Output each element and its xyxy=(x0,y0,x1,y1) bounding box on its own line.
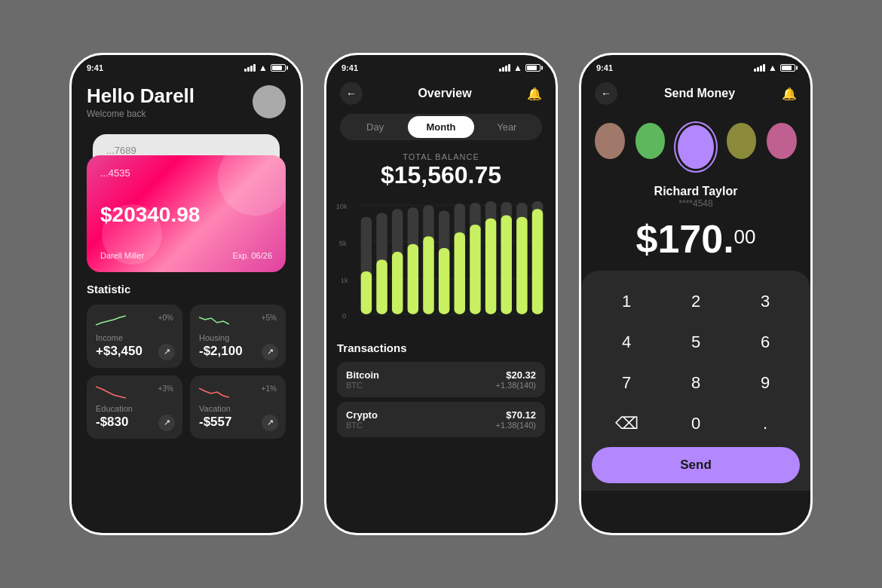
key-4[interactable]: 4 xyxy=(592,322,661,363)
key-2[interactable]: 2 xyxy=(661,281,730,322)
education-label: Education xyxy=(96,404,173,413)
battery-icon xyxy=(271,64,286,72)
send-money-nav: ← Send Money 🔔 xyxy=(581,76,810,114)
contact-1[interactable] xyxy=(595,123,625,159)
stat-grid: +0% Income +$3,450 ↗ +5% Housing -$2,100… xyxy=(87,305,286,439)
bell-icon-3[interactable]: 🔔 xyxy=(782,87,797,101)
vacation-label: Vacation xyxy=(199,404,277,413)
amount-dollars: $170. xyxy=(635,217,733,261)
key-dot[interactable]: . xyxy=(730,403,800,444)
housing-arrow[interactable]: ↗ xyxy=(262,344,278,360)
status-bar-2: 9:41 ▲ xyxy=(326,55,556,76)
recipient-card: ****4548 xyxy=(581,198,810,209)
key-3[interactable]: 3 xyxy=(730,281,800,322)
phone-1: 9:41 ▲ Hello Darell Welcome back ... xyxy=(69,53,303,535)
key-6[interactable]: 6 xyxy=(730,322,800,363)
key-5[interactable]: 5 xyxy=(661,322,730,363)
tab-month[interactable]: Month xyxy=(408,116,473,138)
key-1[interactable]: 1 xyxy=(592,281,661,322)
time-1: 9:41 xyxy=(87,63,103,72)
greeting-name: Hello Darell xyxy=(87,85,194,107)
card-footer: Darell Miller Exp. 06/26 xyxy=(100,251,272,260)
card-main[interactable]: ...4535 $20340.98 Darell Miller Exp. 06/… xyxy=(87,155,286,272)
stat-card-income[interactable]: +0% Income +$3,450 ↗ xyxy=(87,305,182,368)
svg-rect-26 xyxy=(455,232,465,314)
vacation-sparkline xyxy=(199,384,229,400)
tx-sub-crypto: BTC xyxy=(346,421,378,430)
keypad: 1 2 3 4 5 6 7 8 9 ⌫ 0 . Send xyxy=(581,271,810,491)
back-button-3[interactable]: ← xyxy=(595,82,617,105)
key-9[interactable]: 9 xyxy=(730,363,800,403)
battery-icon-2 xyxy=(525,64,541,72)
tx-name-bitcoin: Bitcoin xyxy=(346,369,379,381)
key-backspace[interactable]: ⌫ xyxy=(592,403,661,444)
time-3: 9:41 xyxy=(596,63,613,72)
transactions-section: Transactions Bitcoin BTC $20.32 +1.38(14… xyxy=(326,341,556,437)
contact-4[interactable] xyxy=(727,123,757,159)
balance-section: TOTAL BALANCE $15,560.75 xyxy=(326,152,556,189)
tx-sub-bitcoin: BTC xyxy=(346,381,379,390)
svg-rect-28 xyxy=(485,219,496,314)
vacation-change: +1% xyxy=(262,384,277,393)
key-8[interactable]: 8 xyxy=(661,363,730,403)
svg-rect-30 xyxy=(516,217,527,314)
housing-change: +5% xyxy=(262,314,277,322)
tx-change-crypto: +1.38(140) xyxy=(495,421,536,430)
tx-name-crypto: Crypto xyxy=(346,409,378,421)
overview-nav: ← Overview 🔔 xyxy=(326,76,556,114)
key-7[interactable]: 7 xyxy=(592,363,661,403)
svg-rect-21 xyxy=(376,259,387,314)
battery-icon-3 xyxy=(780,64,795,72)
income-change: +0% xyxy=(158,314,173,322)
stat-card-vacation[interactable]: +1% Vacation -$557 ↗ xyxy=(190,375,286,439)
tab-day[interactable]: Day xyxy=(342,116,408,138)
status-icons-3: ▲ xyxy=(754,63,795,73)
stat-card-housing[interactable]: +5% Housing -$2,100 ↗ xyxy=(190,305,286,368)
transaction-crypto[interactable]: Crypto BTC $70.12 +1.38(140) xyxy=(337,402,545,437)
signal-icon xyxy=(244,64,256,72)
key-0[interactable]: 0 xyxy=(661,403,730,444)
education-change: +3% xyxy=(158,384,173,393)
contact-2[interactable] xyxy=(635,123,666,159)
bell-icon-2[interactable]: 🔔 xyxy=(527,87,542,101)
phone-3: 9:41 ▲ ← Send Money 🔔 xyxy=(579,53,813,535)
keypad-grid: 1 2 3 4 5 6 7 8 9 ⌫ 0 . xyxy=(592,281,800,444)
send-button[interactable]: Send xyxy=(592,447,800,483)
housing-label: Housing xyxy=(199,333,277,342)
wifi-icon: ▲ xyxy=(259,63,268,73)
contact-3-active[interactable] xyxy=(675,123,716,171)
svg-rect-29 xyxy=(501,216,511,314)
amount-display: $170.00 xyxy=(581,216,810,262)
avatar[interactable] xyxy=(253,85,286,118)
tab-year[interactable]: Year xyxy=(474,116,540,138)
time-2: 9:41 xyxy=(341,63,358,72)
svg-rect-25 xyxy=(439,248,449,314)
signal-icon-2 xyxy=(499,64,510,72)
contact-5[interactable] xyxy=(767,123,797,159)
chart-area: 10k 5k 1k 0 xyxy=(326,201,556,329)
statistic-title: Statistic xyxy=(87,283,286,296)
balance-amount: $15,560.75 xyxy=(326,161,556,189)
income-arrow[interactable]: ↗ xyxy=(158,344,175,360)
svg-text:1k: 1k xyxy=(341,277,348,284)
income-sparkline xyxy=(96,314,126,329)
svg-rect-27 xyxy=(470,225,480,314)
status-bar-1: 9:41 ▲ xyxy=(72,55,301,76)
transactions-title: Transactions xyxy=(337,341,545,354)
recipient-name: Richard Taylor xyxy=(581,185,810,198)
card-number: ...4535 xyxy=(100,167,272,179)
amount-cents: 00 xyxy=(734,225,756,249)
income-label: Income xyxy=(96,333,173,342)
transaction-bitcoin[interactable]: Bitcoin BTC $20.32 +1.38(140) xyxy=(337,362,545,397)
svg-text:5k: 5k xyxy=(339,240,347,247)
status-bar-3: 9:41 ▲ xyxy=(581,55,810,76)
wifi-icon-2: ▲ xyxy=(513,63,522,73)
education-arrow[interactable]: ↗ xyxy=(158,415,175,431)
housing-sparkline xyxy=(199,314,229,329)
screen2-content: ← Overview 🔔 Day Month Year TOTAL BALANC… xyxy=(326,76,556,533)
svg-rect-23 xyxy=(408,244,418,314)
vacation-arrow[interactable]: ↗ xyxy=(262,415,278,431)
back-button-2[interactable]: ← xyxy=(340,82,363,105)
stat-card-education[interactable]: +3% Education -$830 ↗ xyxy=(87,375,182,439)
bar-chart: 10k 5k 1k 0 xyxy=(335,201,547,322)
